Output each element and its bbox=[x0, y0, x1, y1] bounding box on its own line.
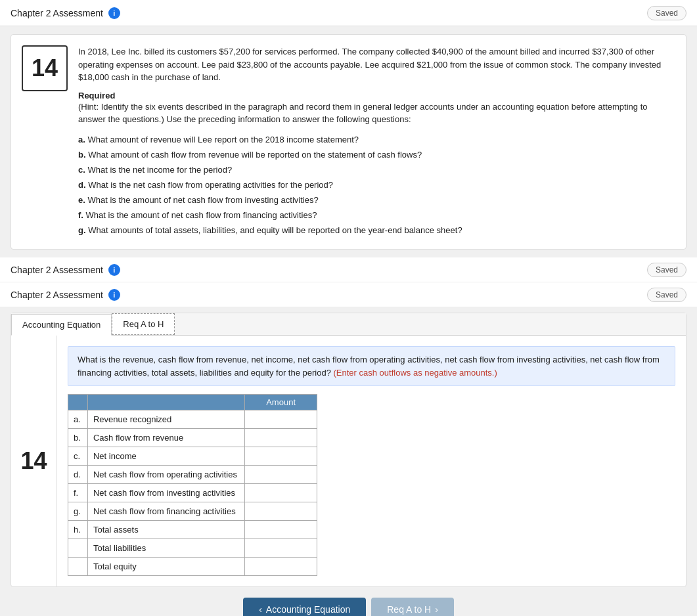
required-label: Required bbox=[78, 91, 675, 100]
row-amount-cell[interactable] bbox=[245, 558, 317, 576]
sub-question: a. What amount of revenue will Lee repor… bbox=[78, 133, 675, 147]
bottom-nav: ‹ Accounting Equation Req A to H › bbox=[11, 598, 686, 616]
hint-text: (Hint: Identify the six events described… bbox=[78, 100, 675, 126]
answer-number: 14 bbox=[11, 336, 57, 586]
amount-input-0[interactable] bbox=[250, 413, 311, 426]
amount-input-5[interactable] bbox=[250, 505, 311, 517]
row-label: a. bbox=[68, 410, 88, 429]
col-header-desc bbox=[87, 395, 244, 410]
section-bar-left-2: Chapter 2 Assessment i bbox=[11, 264, 120, 276]
info-icon-1[interactable]: i bbox=[108, 7, 120, 19]
top-bar-title-1: Chapter 2 Assessment bbox=[11, 8, 103, 18]
amount-input-2[interactable] bbox=[250, 450, 311, 462]
row-label: g. bbox=[68, 502, 88, 521]
row-label bbox=[68, 539, 88, 558]
section-bar-left-3: Chapter 2 Assessment i bbox=[11, 289, 120, 301]
back-button[interactable]: ‹ Accounting Equation bbox=[243, 598, 366, 616]
info-icon-2[interactable]: i bbox=[108, 264, 120, 276]
info-icon-3[interactable]: i bbox=[108, 289, 120, 301]
section-bar-title-2: Chapter 2 Assessment bbox=[11, 265, 103, 275]
tab-req-a-to-h[interactable]: Req A to H bbox=[112, 313, 175, 335]
table-row: f. Net cash flow from investing activiti… bbox=[68, 484, 317, 502]
row-label bbox=[68, 558, 88, 576]
tab-accounting-equation[interactable]: Accounting Equation bbox=[11, 314, 112, 336]
saved-badge-1: Saved bbox=[647, 6, 686, 20]
row-desc: Total liabilities bbox=[87, 539, 244, 558]
row-amount-cell[interactable] bbox=[245, 466, 317, 484]
instruction-red: (Enter cash outflows as negative amounts… bbox=[334, 368, 497, 378]
row-amount-cell[interactable] bbox=[245, 447, 317, 466]
sub-question: g. What amounts of total assets, liabili… bbox=[78, 223, 675, 238]
table-row: c. Net income bbox=[68, 447, 317, 466]
col-header-amount: Amount bbox=[245, 395, 317, 410]
sub-question: d. What is the net cash flow from operat… bbox=[78, 178, 675, 192]
question-card: 14 In 2018, Lee Inc. billed its customer… bbox=[11, 34, 686, 250]
sub-questions: a. What amount of revenue will Lee repor… bbox=[78, 133, 675, 238]
amount-input-6[interactable] bbox=[250, 523, 311, 536]
row-desc: Net income bbox=[87, 447, 244, 466]
row-desc: Net cash flow from financing activities bbox=[87, 502, 244, 521]
table-row: b. Cash flow from revenue bbox=[68, 429, 317, 447]
table-row: d. Net cash flow from operating activiti… bbox=[68, 466, 317, 484]
amount-input-3[interactable] bbox=[250, 468, 311, 481]
question-text: In 2018, Lee Inc. billed its customers $… bbox=[78, 45, 675, 84]
amount-input-4[interactable] bbox=[250, 487, 311, 499]
sub-question: b. What amount of cash flow from revenue… bbox=[78, 148, 675, 162]
table-row: g. Net cash flow from financing activiti… bbox=[68, 502, 317, 521]
sub-question: c. What is the net income for the period… bbox=[78, 163, 675, 177]
row-desc: Net cash flow from operating activities bbox=[87, 466, 244, 484]
row-desc: Total equity bbox=[87, 558, 244, 576]
table-row: Total liabilities bbox=[68, 539, 317, 558]
row-label: h. bbox=[68, 521, 88, 539]
answer-body: 14 What is the revenue, cash flow from r… bbox=[11, 336, 686, 586]
row-desc: Cash flow from revenue bbox=[87, 429, 244, 447]
question-number: 14 bbox=[22, 45, 68, 91]
answer-table: Amount a. Revenue recognized b. Cash flo… bbox=[68, 394, 317, 576]
question-content: In 2018, Lee Inc. billed its customers $… bbox=[78, 45, 675, 238]
tabs-row: Accounting Equation Req A to H bbox=[11, 313, 686, 336]
row-label: d. bbox=[68, 466, 88, 484]
table-row: Total equity bbox=[68, 558, 317, 576]
row-desc: Revenue recognized bbox=[87, 410, 244, 429]
row-amount-cell[interactable] bbox=[245, 521, 317, 539]
answer-main: What is the revenue, cash flow from reve… bbox=[57, 336, 686, 586]
instruction-box: What is the revenue, cash flow from reve… bbox=[68, 346, 675, 386]
amount-input-8[interactable] bbox=[250, 560, 311, 573]
saved-badge-3: Saved bbox=[647, 288, 686, 302]
row-desc: Total assets bbox=[87, 521, 244, 539]
forward-button-label: Req A to H bbox=[387, 604, 431, 615]
row-label: f. bbox=[68, 484, 88, 502]
amount-input-7[interactable] bbox=[250, 542, 311, 554]
row-amount-cell[interactable] bbox=[245, 502, 317, 521]
section-bar-2: Chapter 2 Assessment i Saved bbox=[0, 257, 697, 282]
sub-question: e. What is the amount of net cash flow f… bbox=[78, 193, 675, 208]
row-amount-cell[interactable] bbox=[245, 484, 317, 502]
answer-section: Accounting Equation Req A to H 14 What i… bbox=[11, 313, 686, 587]
section-bar-3: Chapter 2 Assessment i Saved bbox=[0, 282, 697, 307]
chevron-right-icon: › bbox=[435, 604, 438, 615]
table-row: h. Total assets bbox=[68, 521, 317, 539]
saved-badge-2: Saved bbox=[647, 263, 686, 277]
row-amount-cell[interactable] bbox=[245, 410, 317, 429]
row-amount-cell[interactable] bbox=[245, 539, 317, 558]
amount-input-1[interactable] bbox=[250, 431, 311, 444]
row-amount-cell[interactable] bbox=[245, 429, 317, 447]
row-label: c. bbox=[68, 447, 88, 466]
top-bar-1: Chapter 2 Assessment i Saved bbox=[0, 0, 697, 26]
back-button-label: Accounting Equation bbox=[266, 604, 350, 615]
row-label: b. bbox=[68, 429, 88, 447]
col-header-empty bbox=[68, 395, 88, 410]
section-bar-title-3: Chapter 2 Assessment bbox=[11, 290, 103, 300]
section-bars: Chapter 2 Assessment i Saved Chapter 2 A… bbox=[0, 257, 697, 307]
forward-button[interactable]: Req A to H › bbox=[371, 598, 454, 616]
sub-question: f. What is the amount of net cash flow f… bbox=[78, 208, 675, 223]
table-row: a. Revenue recognized bbox=[68, 410, 317, 429]
top-bar-left-1: Chapter 2 Assessment i bbox=[11, 7, 120, 19]
row-desc: Net cash flow from investing activities bbox=[87, 484, 244, 502]
chevron-left-icon: ‹ bbox=[259, 604, 262, 615]
